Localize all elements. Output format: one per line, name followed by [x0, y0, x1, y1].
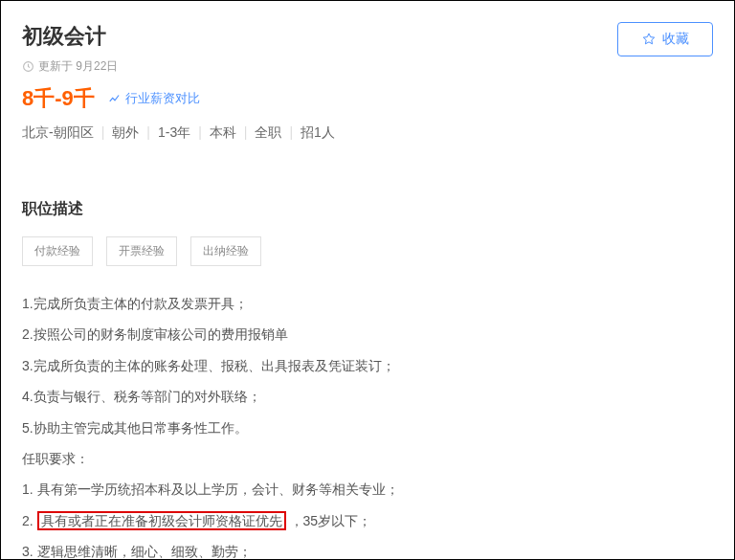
- responsibility-line: 2.按照公司的财务制度审核公司的费用报销单: [22, 324, 713, 345]
- skill-tag: 开票经验: [106, 236, 177, 266]
- req-prefix: 2.: [22, 513, 37, 528]
- update-text: 更新于 9月22日: [38, 58, 118, 75]
- responsibility-line: 4.负责与银行、税务等部门的对外联络；: [22, 386, 713, 407]
- skill-tag: 付款经验: [22, 236, 93, 266]
- skill-tag: 出纳经验: [190, 236, 261, 266]
- job-meta: 北京-朝阳区|朝外|1-3年|本科|全职|招1人: [22, 124, 617, 142]
- responsibility-line: 5.协助主管完成其他日常事务性工作。: [22, 417, 713, 438]
- salary-compare-link[interactable]: 行业薪资对比: [108, 90, 200, 107]
- req-prefix: 1.: [22, 482, 37, 497]
- section-title: 职位描述: [22, 199, 713, 219]
- responsibility-line: 1.完成所负责主体的付款及发票开具；: [22, 293, 713, 314]
- requirement-line: 1. 具有第一学历统招本科及以上学历，会计、财务等相关专业；: [22, 479, 713, 500]
- description-body: 1.完成所负责主体的付款及发票开具； 2.按照公司的财务制度审核公司的费用报销单…: [22, 293, 713, 560]
- favorite-label: 收藏: [662, 31, 689, 48]
- meta-job-type: 全职: [255, 124, 281, 140]
- tag-list: 付款经验 开票经验 出纳经验: [22, 236, 713, 266]
- clock-icon: [22, 60, 34, 73]
- meta-experience: 1-3年: [158, 124, 190, 140]
- job-title: 初级会计: [22, 22, 617, 51]
- star-icon: [641, 32, 657, 47]
- salary: 8千-9千: [22, 84, 95, 113]
- req-text: 具有第一学历统招本科及以上学历，会计、财务等相关专业；: [37, 482, 399, 497]
- responsibility-line: 3.完成所负责的主体的账务处理、报税、出具报表及凭证装订；: [22, 355, 713, 376]
- requirement-line: 2. 具有或者正在准备初级会计师资格证优先，35岁以下；: [22, 510, 713, 531]
- update-time: 更新于 9月22日: [22, 58, 617, 75]
- requirement-highlight: 具有或者正在准备初级会计师资格证优先: [37, 511, 286, 530]
- chart-icon: [108, 92, 122, 105]
- meta-area: 朝外: [112, 124, 139, 140]
- req-prefix: 3.: [22, 544, 37, 559]
- req-text: 逻辑思维清晰，细心、细致、勤劳；: [37, 544, 252, 559]
- meta-headcount: 招1人: [301, 124, 335, 140]
- compare-link-label: 行业薪资对比: [125, 90, 200, 107]
- meta-education: 本科: [210, 124, 236, 140]
- requirements-title: 任职要求：: [22, 448, 713, 469]
- requirement-line: 3. 逻辑思维清晰，细心、细致、勤劳；: [22, 541, 713, 560]
- req-suffix: ，35岁以下；: [290, 513, 372, 528]
- favorite-button[interactable]: 收藏: [617, 22, 713, 56]
- meta-location: 北京-朝阳区: [22, 124, 94, 140]
